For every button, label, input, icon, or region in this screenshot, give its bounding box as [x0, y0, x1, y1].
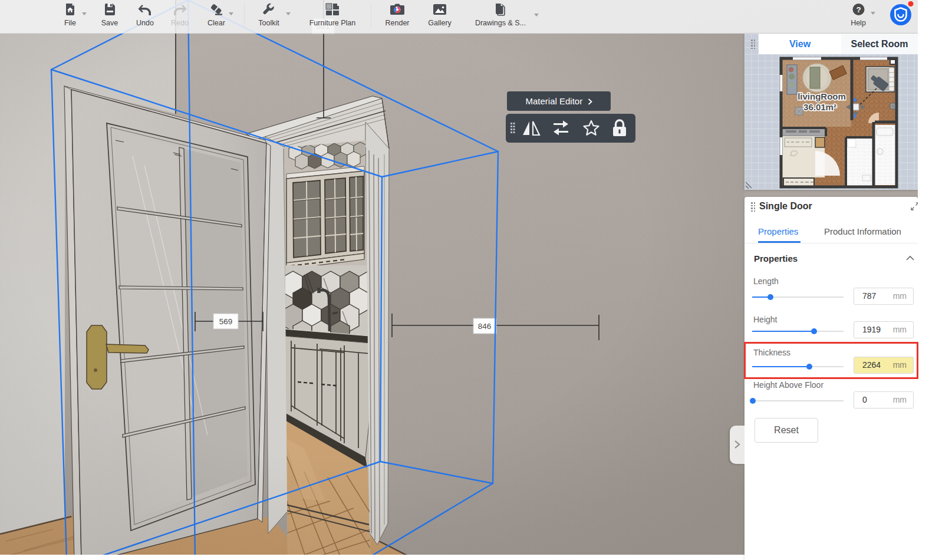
svg-text:36.01m²: 36.01m² — [803, 102, 836, 112]
svg-text:livingRoom: livingRoom — [798, 91, 846, 101]
svg-text:?: ? — [856, 5, 861, 14]
